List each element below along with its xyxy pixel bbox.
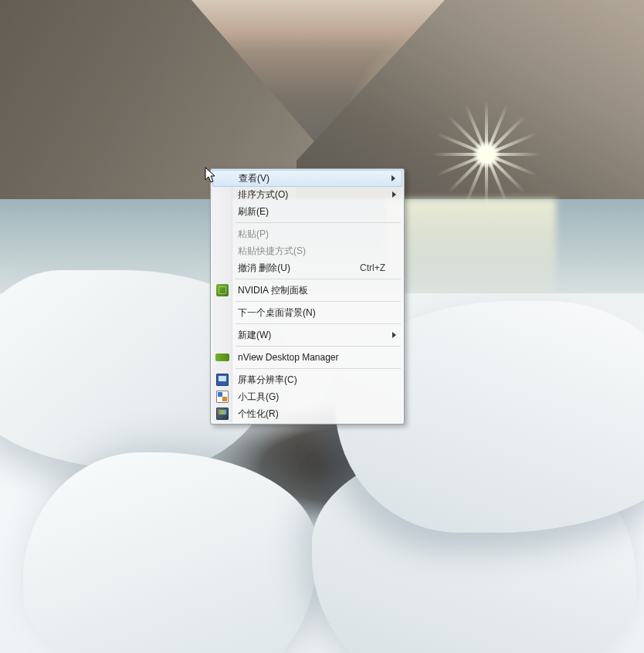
menu-item-label: 排序方式(O) <box>238 188 288 201</box>
menu-item-label: 刷新(E) <box>238 205 269 218</box>
submenu-arrow-icon <box>391 175 395 181</box>
menu-item-label: 查看(V) <box>239 172 269 185</box>
menu-item-label: 屏幕分辨率(C) <box>238 374 297 387</box>
menu-item-next-wallpaper[interactable]: 下一个桌面背景(N) <box>212 304 402 321</box>
menu-item-label: NVIDIA 控制面板 <box>238 284 308 297</box>
monitor-icon <box>216 374 229 386</box>
menu-item-label: 小工具(G) <box>238 391 279 404</box>
personalize-icon <box>216 408 229 420</box>
menu-item-undo-delete[interactable]: 撤消 删除(U) Ctrl+Z <box>212 259 402 276</box>
menu-item-label: nView Desktop Manager <box>238 352 339 363</box>
gadget-icon <box>216 391 229 403</box>
menu-item-new[interactable]: 新建(W) <box>212 326 402 343</box>
desktop-context-menu: 查看(V) 排序方式(O) 刷新(E) 粘贴(P) 粘贴快捷方式(S) 撤消 删… <box>210 168 405 425</box>
menu-item-paste-shortcut: 粘贴快捷方式(S) <box>212 242 402 259</box>
menu-item-label: 粘贴(P) <box>238 228 269 241</box>
nvidia-icon <box>216 284 229 296</box>
menu-item-sort[interactable]: 排序方式(O) <box>212 186 402 203</box>
nview-icon <box>215 354 229 361</box>
menu-item-label: 下一个桌面背景(N) <box>238 306 316 320</box>
menu-separator <box>236 368 401 369</box>
menu-item-label: 粘贴快捷方式(S) <box>238 245 306 258</box>
menu-item-screen-resolution[interactable]: 屏幕分辨率(C) <box>212 371 402 388</box>
menu-item-label: 新建(W) <box>238 329 271 342</box>
menu-separator <box>236 323 401 324</box>
menu-item-label: 撤消 删除(U) <box>238 262 290 275</box>
menu-separator <box>236 346 401 347</box>
menu-item-personalize[interactable]: 个性化(R) <box>212 405 402 422</box>
menu-item-label: 个性化(R) <box>238 408 279 421</box>
menu-item-shortcut: Ctrl+Z <box>360 262 385 273</box>
menu-item-nview[interactable]: nView Desktop Manager <box>212 349 402 366</box>
menu-separator <box>236 222 401 223</box>
menu-separator <box>236 279 401 279</box>
menu-item-view[interactable]: 查看(V) <box>212 170 402 187</box>
menu-item-gadgets[interactable]: 小工具(G) <box>212 388 402 405</box>
submenu-arrow-icon <box>392 332 396 338</box>
menu-item-nvidia-panel[interactable]: NVIDIA 控制面板 <box>212 282 402 299</box>
menu-item-paste: 粘贴(P) <box>212 225 402 242</box>
mouse-cursor-icon <box>205 167 217 185</box>
menu-item-refresh[interactable]: 刷新(E) <box>212 203 402 220</box>
menu-separator <box>236 301 401 302</box>
submenu-arrow-icon <box>392 191 396 198</box>
